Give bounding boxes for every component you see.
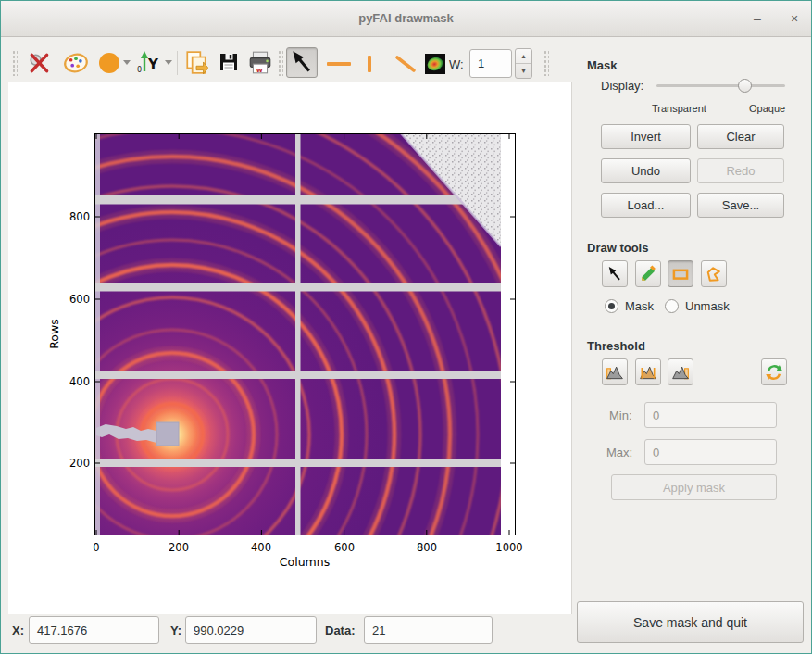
svg-text:0: 0 (137, 66, 142, 74)
save-mask-quit-button[interactable]: Save mask and quit (577, 601, 804, 643)
palette-icon[interactable] (62, 51, 90, 75)
window-title: pyFAI drawmask (1, 11, 811, 25)
titlebar: pyFAI drawmask – × (1, 1, 811, 37)
width-stepper[interactable]: ▴ ▾ (515, 48, 532, 79)
hline-tool-icon[interactable] (327, 62, 351, 66)
threshold-heading: Threshold (587, 339, 645, 353)
rectangle-tool-button[interactable] (668, 260, 693, 287)
copy-icon[interactable] (184, 50, 208, 74)
status-y-label: Y: (170, 623, 181, 637)
mask-opacity-slider[interactable] (656, 84, 785, 87)
undo-button[interactable]: Undo (601, 158, 691, 183)
radio-dot (608, 303, 615, 309)
status-x-label: X: (12, 623, 24, 637)
x-axis-label: Columns (277, 555, 332, 569)
polygon-tool-button[interactable] (701, 260, 727, 287)
load-button[interactable]: Load... (601, 193, 691, 218)
marker-color-icon[interactable] (99, 53, 119, 73)
x-tick: 1000 (486, 541, 532, 554)
invert-button[interactable]: Invert (601, 124, 691, 149)
diffraction-image[interactable] (94, 133, 516, 535)
pointer-tool-button[interactable] (602, 260, 628, 287)
y-tick: 800 (53, 210, 90, 223)
status-data-label: Data: (325, 623, 356, 637)
width-input[interactable] (469, 49, 512, 78)
toolbar-separator (177, 51, 178, 75)
histogram-above-icon (671, 363, 690, 382)
svg-text:w: w (256, 66, 263, 74)
unmask-radio[interactable] (665, 299, 679, 313)
threshold-above-button[interactable] (668, 358, 693, 385)
chevron-down-icon[interactable] (123, 60, 131, 65)
status-x-value: 417.1676 (29, 616, 159, 644)
min-label: Min: (609, 409, 632, 422)
minimize-button[interactable]: – (746, 8, 768, 29)
diagonal-line-tool-icon[interactable] (394, 55, 418, 77)
mask-radio[interactable] (605, 299, 618, 313)
max-label: Max: (606, 446, 632, 459)
y-axis-label: Rows (47, 307, 61, 362)
save-icon[interactable] (218, 51, 240, 75)
stepper-up-icon[interactable]: ▴ (516, 49, 531, 64)
x-tick: 800 (404, 541, 450, 554)
max-input[interactable] (644, 439, 777, 465)
panel-divider (571, 82, 572, 614)
slider-handle[interactable] (738, 79, 752, 93)
y-axis-orientation-icon[interactable]: 0 Y (136, 49, 162, 75)
opaque-label: Opaque (749, 103, 785, 114)
refresh-icon (765, 363, 783, 382)
clear-button[interactable]: Clear (697, 124, 784, 149)
x-tick: 400 (238, 541, 284, 554)
pan-pointer-tool-button[interactable] (286, 47, 318, 78)
stepper-down-icon[interactable]: ▾ (516, 64, 531, 78)
window: pyFAI drawmask – × 0 Y (0, 0, 812, 654)
x-tick: 0 (73, 541, 119, 554)
status-y-value: 990.0229 (185, 616, 317, 644)
unzoom-icon[interactable] (28, 51, 52, 75)
status-data-value: 21 (364, 616, 493, 644)
chevron-down-icon[interactable] (165, 60, 172, 65)
pencil-icon (639, 265, 657, 283)
draw-tools-heading: Draw tools (587, 241, 648, 255)
toolbar-drag-handle (543, 50, 549, 76)
unmask-radio-label[interactable]: Unmask (685, 299, 730, 313)
apply-mask-button[interactable]: Apply mask (611, 474, 777, 500)
y-tick: 200 (53, 457, 90, 470)
print-icon[interactable]: w (247, 50, 273, 74)
histogram-between-icon (639, 363, 657, 382)
mask-radio-label[interactable]: Mask (625, 299, 654, 313)
pencil-tool-button[interactable] (635, 260, 661, 287)
x-tick: 600 (321, 541, 368, 554)
pointer-icon (606, 265, 624, 283)
vline-tool-icon[interactable] (368, 56, 371, 72)
threshold-between-button[interactable] (635, 358, 661, 385)
threshold-refresh-button[interactable] (761, 358, 787, 385)
min-input[interactable] (644, 402, 777, 428)
save-button[interactable]: Save... (697, 193, 784, 218)
width-label: W: (449, 57, 464, 71)
redo-button[interactable]: Redo (697, 158, 784, 183)
display-label: Display: (601, 79, 643, 93)
polygon-icon (705, 265, 723, 283)
histogram-below-icon (606, 363, 624, 382)
colormap-icon[interactable] (425, 54, 445, 74)
toolbar-drag-handle (12, 50, 18, 76)
x-tick: 200 (156, 541, 202, 554)
rectangle-icon (671, 265, 690, 283)
svg-text:Y: Y (147, 57, 159, 73)
y-tick: 400 (53, 375, 90, 388)
mask-section-heading: Mask (587, 58, 618, 72)
y-tick: 600 (53, 293, 90, 306)
threshold-below-button[interactable] (602, 358, 628, 385)
close-button[interactable]: × (783, 8, 806, 29)
transparent-label: Transparent (652, 103, 706, 114)
toolbar-drag-handle (278, 50, 283, 76)
